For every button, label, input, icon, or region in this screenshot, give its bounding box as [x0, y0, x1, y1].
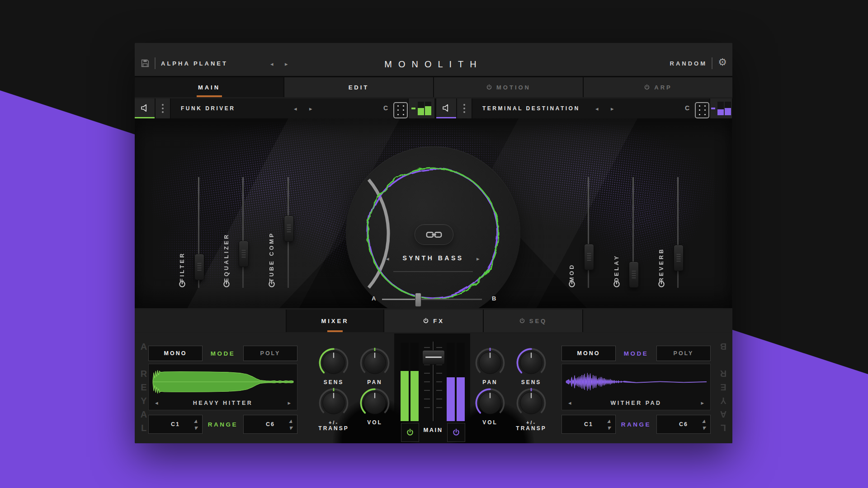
mod-slider-track[interactable] [588, 177, 589, 288]
tube-comp-label: TUBE COMP [269, 182, 275, 282]
layer-b-level-meter [447, 343, 465, 421]
layer-a-transpose-knob[interactable]: +/-TRANSP [312, 387, 355, 432]
layer-a-mute-button[interactable] [135, 99, 155, 118]
delay-label: DELAY [613, 182, 620, 282]
morph-value-arc [369, 179, 389, 287]
layer-a-name[interactable]: FUNK DRIVER [181, 105, 236, 112]
equalizer-slider-handle[interactable] [239, 241, 249, 267]
layer-b-compare-button[interactable]: C [685, 104, 689, 112]
layer-b-poly-button[interactable]: POLY [656, 346, 711, 361]
dice-random-icon[interactable] [695, 102, 709, 118]
layer-a-next-icon[interactable] [309, 106, 312, 112]
layer-b-prev-icon[interactable] [595, 106, 599, 112]
layer-a-volume-knob[interactable]: VOL [353, 387, 396, 426]
layer-a-sample-name: HEAVY HITTER [149, 400, 297, 406]
layer-a-prev-icon[interactable] [294, 106, 297, 112]
reverb-power-icon[interactable] [657, 280, 665, 288]
gear-icon[interactable] [718, 56, 727, 68]
layer-b-range-label: RANGE [616, 415, 656, 434]
layer-b-name-cell: TERMINAL DESTINATION C [472, 99, 709, 118]
morph-preset-name[interactable]: SYNTH BASS [388, 254, 478, 262]
layer-b-range-low[interactable]: C1 [561, 415, 616, 434]
layer-b-menu-button[interactable] [457, 99, 472, 118]
layer-a-pan-knob[interactable]: PAN [353, 347, 396, 386]
layer-b-name[interactable]: TERMINAL DESTINATION [482, 105, 580, 112]
layer-a-mono-button[interactable]: MONO [148, 346, 203, 361]
delay-power-icon[interactable] [613, 280, 621, 288]
layer-a-output-cell[interactable] [409, 99, 434, 118]
layer-b-transpose-knob[interactable]: +/-TRANSP [509, 387, 553, 432]
layer-b-sample-next-icon[interactable] [701, 400, 704, 406]
spinner-arrows[interactable] [289, 418, 293, 431]
layer-b-waveform-display[interactable]: WITHER PAD [561, 364, 711, 410]
link-button[interactable] [415, 224, 453, 245]
link-icon [426, 230, 442, 239]
tab-main-label: MAIN [198, 84, 220, 91]
tab-motion-label: MOTION [496, 84, 531, 91]
reverb-label: REVERB [658, 182, 665, 282]
tab-main[interactable]: MAIN [135, 77, 284, 97]
active-tab-underline [197, 95, 222, 97]
power-icon [406, 428, 414, 436]
layer-a-range-high[interactable]: C6 [243, 415, 297, 434]
equalizer-power-icon[interactable] [222, 280, 231, 288]
ab-slider-handle[interactable] [415, 293, 421, 307]
layer-a-sens-knob[interactable]: SENS [312, 347, 355, 386]
tab-fx[interactable]: FX [384, 310, 484, 332]
top-tab-bar: MAIN EDIT MOTION ARP [135, 77, 732, 97]
power-icon[interactable] [644, 84, 650, 90]
mono-label: MONO [164, 350, 187, 357]
layer-a-menu-button[interactable] [156, 99, 170, 118]
filter-slider-handle[interactable] [194, 254, 204, 280]
mod-slider-handle[interactable] [584, 244, 594, 270]
layer-a-compare-button[interactable]: C [383, 104, 388, 112]
equalizer-slider-track[interactable] [242, 177, 244, 288]
layer-b-volume-knob[interactable]: VOL [468, 387, 512, 426]
tube-comp-power-icon[interactable] [268, 280, 276, 288]
spinner-arrows[interactable] [607, 418, 611, 431]
tab-seq[interactable]: SEQ [484, 310, 583, 332]
tab-arp[interactable]: ARP [584, 77, 732, 97]
reverb-slider-handle[interactable] [674, 245, 684, 271]
tab-mixer[interactable]: MIXER [287, 310, 384, 332]
layer-b-next-icon[interactable] [611, 106, 614, 112]
layer-a-poly-button[interactable]: POLY [243, 346, 297, 361]
tube-comp-slider-handle[interactable] [284, 216, 294, 242]
tab-motion[interactable]: MOTION [434, 77, 584, 97]
power-icon[interactable] [486, 84, 492, 90]
random-button[interactable]: RANDOM [670, 60, 708, 67]
layer-b-range-high[interactable]: C6 [656, 415, 711, 434]
mod-power-icon[interactable] [568, 280, 576, 288]
delay-slider-handle[interactable] [629, 262, 639, 288]
layer-b-sens-knob[interactable]: SENS [509, 347, 553, 386]
main-fader-handle[interactable] [422, 350, 445, 365]
layer-b-power-button[interactable] [447, 423, 465, 442]
poly-label: POLY [674, 350, 694, 357]
layer-b-mode-label: MODE [616, 346, 656, 361]
dice-random-icon[interactable] [393, 102, 408, 118]
layer-b-vertical-label: B REYAL [717, 340, 730, 435]
power-icon[interactable] [519, 318, 525, 324]
transpose-label: +/-TRANSP [516, 420, 546, 432]
ab-slider-track[interactable] [382, 299, 482, 300]
spinner-arrows[interactable] [702, 418, 706, 431]
spinner-arrows[interactable] [194, 418, 198, 431]
power-icon[interactable] [423, 318, 429, 324]
mixer-panel: A REYAL MONO MODE POLY HEAVY HITTER [135, 333, 732, 443]
filter-power-icon[interactable] [178, 280, 186, 288]
layer-b-pan-knob[interactable]: PAN [468, 347, 512, 386]
tab-edit[interactable]: EDIT [284, 77, 434, 97]
range-low-value: C1 [171, 421, 180, 427]
layer-b-output-cell[interactable] [710, 99, 732, 118]
pan-label: PAN [482, 380, 497, 386]
layer-b-mute-button[interactable] [436, 99, 456, 118]
page-title: MONOLITH [135, 59, 732, 70]
morph-preset-next-icon[interactable] [476, 256, 480, 262]
layer-b-mono-button[interactable]: MONO [561, 346, 616, 361]
layer-a-power-button[interactable] [401, 423, 419, 442]
active-tab-underline [327, 330, 343, 332]
reverb-slider-track[interactable] [677, 177, 679, 288]
layer-a-waveform-display[interactable]: HEAVY HITTER [148, 364, 297, 410]
layer-a-sample-next-icon[interactable] [288, 400, 291, 406]
layer-a-range-low[interactable]: C1 [148, 415, 203, 434]
